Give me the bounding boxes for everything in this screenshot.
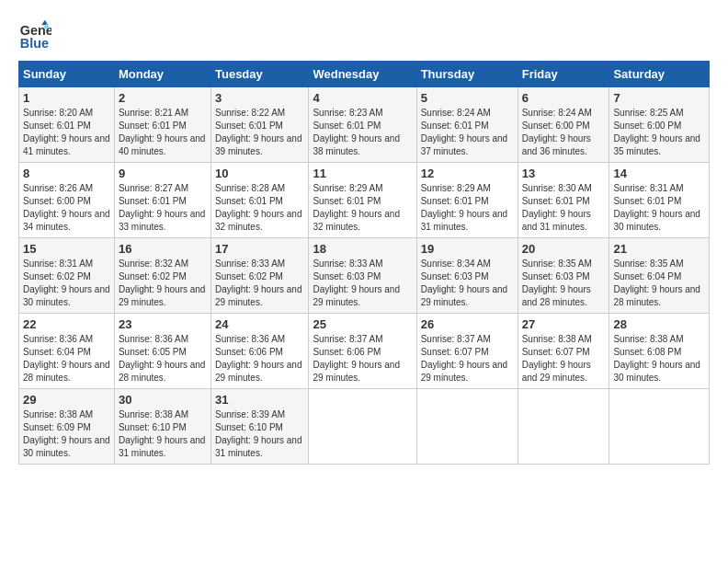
day-number: 3 <box>215 91 304 105</box>
day-number: 19 <box>421 242 514 256</box>
day-info: Sunrise: 8:35 AM Sunset: 6:04 PM Dayligh… <box>613 258 705 309</box>
calendar-cell: 9 Sunrise: 8:27 AM Sunset: 6:01 PM Dayli… <box>114 163 210 238</box>
calendar-cell: 21 Sunrise: 8:35 AM Sunset: 6:04 PM Dayl… <box>609 238 710 314</box>
day-info: Sunrise: 8:21 AM Sunset: 6:01 PM Dayligh… <box>119 107 207 158</box>
day-number: 8 <box>23 167 110 180</box>
day-info: Sunrise: 8:29 AM Sunset: 6:01 PM Dayligh… <box>421 182 514 234</box>
column-header-monday: Monday <box>114 62 210 87</box>
day-number: 13 <box>522 167 606 180</box>
day-number: 6 <box>522 91 606 105</box>
column-header-saturday: Saturday <box>609 62 710 87</box>
day-number: 24 <box>215 317 304 331</box>
day-info: Sunrise: 8:33 AM Sunset: 6:03 PM Dayligh… <box>313 258 412 309</box>
day-info: Sunrise: 8:33 AM Sunset: 6:02 PM Dayligh… <box>215 258 304 309</box>
calendar-cell <box>416 389 518 465</box>
day-number: 26 <box>421 317 514 331</box>
calendar-cell: 17 Sunrise: 8:33 AM Sunset: 6:02 PM Dayl… <box>210 238 308 314</box>
day-info: Sunrise: 8:31 AM Sunset: 6:01 PM Dayligh… <box>613 182 705 234</box>
calendar-week-row: 8 Sunrise: 8:26 AM Sunset: 6:00 PM Dayli… <box>19 163 710 238</box>
day-info: Sunrise: 8:29 AM Sunset: 6:01 PM Dayligh… <box>313 182 412 234</box>
calendar-cell: 7 Sunrise: 8:25 AM Sunset: 6:00 PM Dayli… <box>609 87 710 163</box>
day-info: Sunrise: 8:38 AM Sunset: 6:07 PM Dayligh… <box>522 333 606 385</box>
day-number: 11 <box>313 167 412 180</box>
day-number: 15 <box>23 242 110 256</box>
day-number: 2 <box>119 91 207 105</box>
day-number: 4 <box>313 91 412 105</box>
day-number: 14 <box>613 167 705 180</box>
day-info: Sunrise: 8:30 AM Sunset: 6:01 PM Dayligh… <box>522 182 606 234</box>
day-number: 16 <box>119 242 207 256</box>
calendar-cell: 3 Sunrise: 8:22 AM Sunset: 6:01 PM Dayli… <box>210 87 308 163</box>
day-info: Sunrise: 8:32 AM Sunset: 6:02 PM Dayligh… <box>119 258 207 309</box>
calendar-cell: 14 Sunrise: 8:31 AM Sunset: 6:01 PM Dayl… <box>609 163 710 238</box>
day-info: Sunrise: 8:23 AM Sunset: 6:01 PM Dayligh… <box>313 107 412 158</box>
day-number: 22 <box>23 317 110 331</box>
calendar-week-row: 29 Sunrise: 8:38 AM Sunset: 6:09 PM Dayl… <box>19 389 710 465</box>
calendar-cell: 2 Sunrise: 8:21 AM Sunset: 6:01 PM Dayli… <box>114 87 210 163</box>
calendar-week-row: 1 Sunrise: 8:20 AM Sunset: 6:01 PM Dayli… <box>19 87 710 163</box>
calendar-cell: 4 Sunrise: 8:23 AM Sunset: 6:01 PM Dayli… <box>309 87 416 163</box>
day-number: 9 <box>119 167 207 180</box>
day-info: Sunrise: 8:37 AM Sunset: 6:06 PM Dayligh… <box>313 333 412 385</box>
day-number: 17 <box>215 242 304 256</box>
day-info: Sunrise: 8:38 AM Sunset: 6:08 PM Dayligh… <box>613 333 705 385</box>
day-info: Sunrise: 8:24 AM Sunset: 6:00 PM Dayligh… <box>522 107 606 158</box>
day-info: Sunrise: 8:24 AM Sunset: 6:01 PM Dayligh… <box>421 107 514 158</box>
calendar-cell: 29 Sunrise: 8:38 AM Sunset: 6:09 PM Dayl… <box>19 389 115 465</box>
calendar-cell <box>309 389 416 465</box>
calendar-cell <box>609 389 710 465</box>
calendar-cell: 23 Sunrise: 8:36 AM Sunset: 6:05 PM Dayl… <box>114 314 210 389</box>
page-header: General Blue <box>18 18 710 52</box>
day-info: Sunrise: 8:36 AM Sunset: 6:06 PM Dayligh… <box>215 333 304 385</box>
calendar-cell: 13 Sunrise: 8:30 AM Sunset: 6:01 PM Dayl… <box>518 163 609 238</box>
calendar-cell <box>518 389 609 465</box>
day-number: 23 <box>119 317 207 331</box>
day-number: 18 <box>313 242 412 256</box>
calendar-cell: 27 Sunrise: 8:38 AM Sunset: 6:07 PM Dayl… <box>518 314 609 389</box>
day-info: Sunrise: 8:37 AM Sunset: 6:07 PM Dayligh… <box>421 333 514 385</box>
day-info: Sunrise: 8:26 AM Sunset: 6:00 PM Dayligh… <box>23 182 110 234</box>
day-info: Sunrise: 8:39 AM Sunset: 6:10 PM Dayligh… <box>215 408 304 460</box>
day-info: Sunrise: 8:27 AM Sunset: 6:01 PM Dayligh… <box>119 182 207 234</box>
calendar-cell: 22 Sunrise: 8:36 AM Sunset: 6:04 PM Dayl… <box>19 314 115 389</box>
day-number: 21 <box>613 242 705 256</box>
calendar-cell: 12 Sunrise: 8:29 AM Sunset: 6:01 PM Dayl… <box>416 163 518 238</box>
day-info: Sunrise: 8:38 AM Sunset: 6:09 PM Dayligh… <box>23 408 110 460</box>
calendar-cell: 10 Sunrise: 8:28 AM Sunset: 6:01 PM Dayl… <box>210 163 308 238</box>
day-number: 10 <box>215 167 304 180</box>
calendar-cell: 11 Sunrise: 8:29 AM Sunset: 6:01 PM Dayl… <box>309 163 416 238</box>
calendar-cell: 26 Sunrise: 8:37 AM Sunset: 6:07 PM Dayl… <box>416 314 518 389</box>
calendar-cell: 8 Sunrise: 8:26 AM Sunset: 6:00 PM Dayli… <box>19 163 115 238</box>
calendar-cell: 20 Sunrise: 8:35 AM Sunset: 6:03 PM Dayl… <box>518 238 609 314</box>
column-header-wednesday: Wednesday <box>309 62 416 87</box>
day-info: Sunrise: 8:25 AM Sunset: 6:00 PM Dayligh… <box>613 107 705 158</box>
column-header-sunday: Sunday <box>19 62 115 87</box>
day-number: 28 <box>613 317 705 331</box>
day-number: 12 <box>421 167 514 180</box>
calendar-cell: 1 Sunrise: 8:20 AM Sunset: 6:01 PM Dayli… <box>19 87 115 163</box>
logo: General Blue <box>18 18 51 52</box>
calendar-cell: 24 Sunrise: 8:36 AM Sunset: 6:06 PM Dayl… <box>210 314 308 389</box>
calendar-cell: 19 Sunrise: 8:34 AM Sunset: 6:03 PM Dayl… <box>416 238 518 314</box>
calendar-table: SundayMondayTuesdayWednesdayThursdayFrid… <box>18 61 710 465</box>
day-info: Sunrise: 8:22 AM Sunset: 6:01 PM Dayligh… <box>215 107 304 158</box>
calendar-header-row: SundayMondayTuesdayWednesdayThursdayFrid… <box>19 62 710 87</box>
day-number: 27 <box>522 317 606 331</box>
day-info: Sunrise: 8:28 AM Sunset: 6:01 PM Dayligh… <box>215 182 304 234</box>
svg-text:Blue: Blue <box>20 36 49 51</box>
day-number: 30 <box>119 393 207 407</box>
calendar-week-row: 15 Sunrise: 8:31 AM Sunset: 6:02 PM Dayl… <box>19 238 710 314</box>
column-header-friday: Friday <box>518 62 609 87</box>
calendar-cell: 15 Sunrise: 8:31 AM Sunset: 6:02 PM Dayl… <box>19 238 115 314</box>
day-info: Sunrise: 8:35 AM Sunset: 6:03 PM Dayligh… <box>522 258 606 309</box>
calendar-cell: 6 Sunrise: 8:24 AM Sunset: 6:00 PM Dayli… <box>518 87 609 163</box>
logo-icon: General Blue <box>18 18 51 52</box>
calendar-cell: 5 Sunrise: 8:24 AM Sunset: 6:01 PM Dayli… <box>416 87 518 163</box>
column-header-thursday: Thursday <box>416 62 518 87</box>
day-info: Sunrise: 8:38 AM Sunset: 6:10 PM Dayligh… <box>119 408 207 460</box>
calendar-cell: 16 Sunrise: 8:32 AM Sunset: 6:02 PM Dayl… <box>114 238 210 314</box>
day-number: 25 <box>313 317 412 331</box>
calendar-cell: 25 Sunrise: 8:37 AM Sunset: 6:06 PM Dayl… <box>309 314 416 389</box>
day-number: 20 <box>522 242 606 256</box>
calendar-body: 1 Sunrise: 8:20 AM Sunset: 6:01 PM Dayli… <box>19 87 710 465</box>
